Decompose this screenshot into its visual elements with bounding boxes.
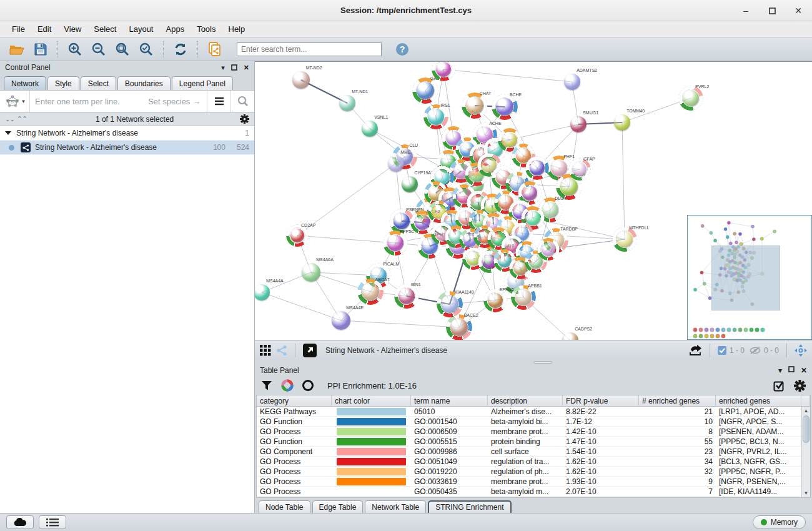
network-options-gear-icon[interactable] [240, 114, 249, 124]
select-rows-icon[interactable] [773, 380, 785, 392]
column-header-description[interactable]: description [488, 395, 563, 406]
column-header-chart-color[interactable]: chart color [332, 395, 411, 406]
string-search-icon[interactable] [230, 91, 254, 112]
ring-chart-icon[interactable] [302, 380, 314, 391]
tab-style[interactable]: Style [47, 76, 79, 90]
open-session-button[interactable] [6, 40, 27, 59]
tab-edge-table[interactable]: Edge Table [312, 500, 364, 513]
table-header-row: categorychart colorterm namedescriptionF… [257, 395, 810, 407]
open-in-browser-icon[interactable] [303, 344, 317, 357]
tab-select[interactable]: Select [81, 76, 116, 90]
tab-legend-panel[interactable]: Legend Panel [172, 76, 233, 90]
panel-close-icon[interactable]: ✕ [244, 64, 249, 72]
menu-select[interactable]: Select [88, 22, 122, 36]
menu-layout[interactable]: Layout [123, 22, 159, 36]
network-selection-bar: ⌄⌄ ⌃⌃ 1 of 1 Network selected [0, 112, 254, 126]
tree-expand-icon[interactable] [5, 131, 11, 135]
network-row[interactable]: String Network - Alzheimer's disease 100… [0, 141, 254, 155]
column-header-fdr-p-value[interactable]: FDR p-value [563, 395, 639, 406]
panel-float-icon[interactable] [231, 64, 237, 71]
window-title: Session: /tmp/enrichmentTest.cys [340, 6, 472, 15]
enrichment-row[interactable]: GO ProcessGO:0051049regulation of tra...… [257, 457, 801, 467]
share-network-icon[interactable] [276, 345, 287, 356]
scrollbar-thumb[interactable] [803, 415, 810, 443]
network-from-clipboard-icon[interactable] [204, 40, 225, 59]
close-button[interactable]: ✕ [793, 6, 803, 16]
set-species-hint[interactable]: Set species → [148, 97, 207, 106]
birds-eye-view[interactable] [687, 215, 812, 340]
zoom-selected-icon[interactable] [136, 40, 157, 59]
table-panel-menu-icon[interactable]: ▾ [778, 366, 782, 375]
column-header--enriched-genes[interactable]: # enriched genes [639, 395, 716, 406]
minimize-button[interactable]: – [741, 6, 751, 16]
zoom-out-icon[interactable] [88, 40, 109, 59]
chart-color-swatch [337, 438, 406, 445]
chart-color-swatch [337, 478, 406, 485]
menu-edit[interactable]: Edit [32, 22, 57, 36]
network-collection-row[interactable]: String Network - Alzheimer's disease 1 [0, 126, 254, 141]
save-session-button[interactable] [30, 40, 51, 59]
birds-eye-toggle-icon[interactable] [795, 344, 807, 357]
menu-view[interactable]: View [58, 22, 87, 36]
enrichment-row[interactable]: KEGG Pathways05010Alzheimer's dise...8.8… [257, 407, 801, 417]
node-label: MME [400, 150, 410, 154]
column-header-term-name[interactable]: term name [411, 395, 488, 406]
tab-network-table[interactable]: Network Table [365, 500, 426, 513]
edge-count: 524 [237, 143, 249, 152]
export-network-icon[interactable] [688, 344, 702, 357]
table-panel-float-icon[interactable] [788, 366, 795, 375]
zoom-in-icon[interactable] [64, 40, 86, 59]
column-header-category[interactable]: category [257, 395, 332, 406]
scroll-down-icon[interactable]: ▼ [802, 489, 810, 497]
table-settings-gear-icon[interactable] [794, 380, 806, 392]
node-label: GFAP [583, 157, 595, 161]
node-label: PPP5C [400, 229, 414, 234]
node-label: MT-ND1 [352, 89, 368, 94]
menu-file[interactable]: File [6, 22, 31, 36]
ppi-enrichment-text: PPI Enrichment: 1.0E-16 [327, 381, 765, 390]
panel-menu-icon[interactable]: ▾ [221, 64, 225, 72]
task-list-icon[interactable] [39, 515, 66, 529]
menu-help[interactable]: Help [223, 22, 251, 36]
enrichment-row[interactable]: GO ProcessGO:0033619membrane prot...1.93… [257, 477, 801, 487]
tab-boundaries[interactable]: Boundaries [117, 76, 171, 90]
node-label: CLU [409, 143, 418, 147]
collapse-all-icon[interactable]: ⌄⌄ [5, 116, 14, 122]
expand-all-icon[interactable]: ⌃⌃ [17, 115, 27, 123]
string-options-icon[interactable] [207, 91, 230, 112]
minimap-viewport[interactable] [711, 246, 780, 310]
enrichment-row[interactable]: GO ProcessGO:0006509membrane prot...1.42… [257, 427, 801, 437]
horizontal-splitter[interactable] [255, 360, 812, 365]
table-panel-close-icon[interactable]: ✕ [801, 366, 807, 375]
node-label: VSNL1 [374, 115, 388, 119]
scroll-up-icon[interactable]: ▲ [802, 407, 810, 415]
enrichment-row[interactable]: GO ProcessGO:0050435beta-amyloid m...2.0… [257, 487, 801, 497]
search-input[interactable] [237, 42, 382, 56]
help-icon[interactable]: ? [392, 40, 413, 59]
menu-apps[interactable]: Apps [161, 22, 191, 36]
grid-view-icon[interactable] [260, 345, 271, 356]
refresh-icon[interactable] [170, 40, 191, 59]
title-bar: Session: /tmp/enrichmentTest.cys – ✕ [0, 0, 812, 21]
enrichment-row[interactable]: GO FunctionGO:0001540beta-amyloid bi...1… [257, 417, 801, 427]
tab-node-table[interactable]: Node Table [259, 500, 310, 513]
node-label: IRS1 [440, 103, 450, 107]
string-protein-query-icon[interactable]: STRING ▾ [0, 91, 30, 112]
enrichment-row[interactable]: GO FunctionGO:0005515protein binding1.47… [257, 437, 801, 447]
tab-string-enrichment[interactable]: STRING Enrichment [428, 500, 511, 513]
network-canvas[interactable]: MT-ND2MT-ND1VSNL1GAB2IRS1CHATBCHEADAMTS2… [255, 61, 812, 340]
table-scrollbar[interactable]: ▲ ▼ [801, 407, 810, 497]
zoom-fit-icon[interactable] [112, 40, 133, 59]
cloud-icon[interactable] [6, 515, 34, 529]
maximize-button[interactable] [767, 6, 777, 16]
column-header-enriched-genes[interactable]: enriched genes [716, 395, 801, 406]
menu-tools[interactable]: Tools [191, 22, 221, 36]
filter-icon[interactable] [261, 380, 272, 391]
tab-network[interactable]: Network [4, 76, 46, 90]
enrichment-row[interactable]: GO ComponentGO:0009986cell surface1.54E-… [257, 447, 801, 457]
string-query-input[interactable]: Enter one term per line. [30, 97, 148, 106]
pie-chart-icon[interactable] [281, 379, 294, 392]
memory-button[interactable]: Memory [753, 515, 806, 529]
enrichment-row[interactable]: GO ProcessGO:0019220regulation of ph...1… [257, 467, 801, 477]
selection-status-text: 1 of 1 Network selected [29, 115, 240, 124]
